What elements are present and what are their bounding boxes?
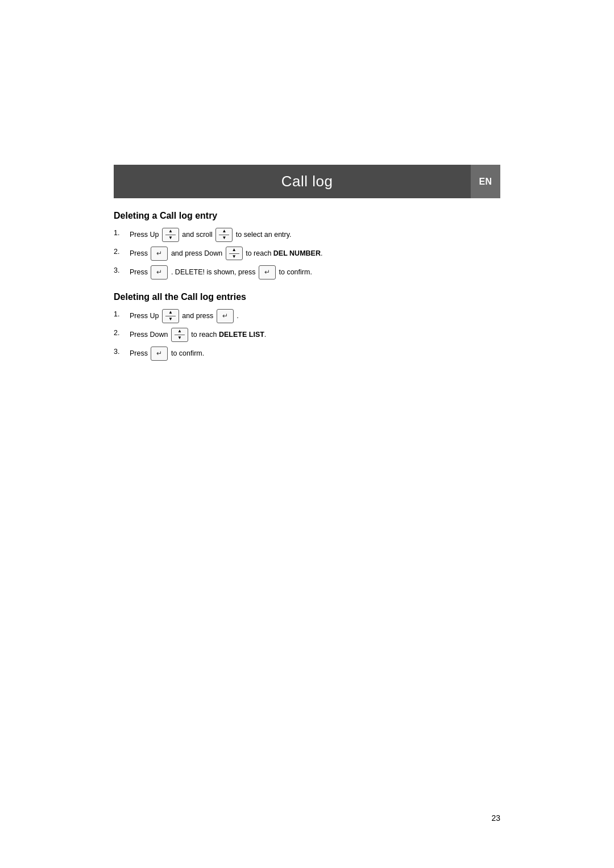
menu-button-2-3: ↵ [151,347,168,361]
step-content-2-1: Press Up ▲ ▼ and press ↵ . [130,309,500,323]
step-content-3: Press ↵ . DELETE! is shown, press ↵ to c… [130,265,500,279]
page-number: 23 [491,813,500,823]
step-2-1: 1. Press Up ▲ ▼ and press ↵ . [114,309,500,323]
nav-up-button-2: ▲ ▼ [162,309,179,323]
step-2-2: 2. Press Down ▲ ▼ to reach DELETE LIST. [114,328,500,342]
step-num-1: 1. [114,228,130,239]
step-2-3: 3. Press ↵ to confirm. [114,347,500,361]
arrow-down-icon: ▼ [168,317,173,322]
step-num-2: 2. [114,247,130,257]
menu-button-3b: ↵ [259,265,276,279]
step-1-3: 3. Press ↵ . DELETE! is shown, press ↵ t… [114,265,500,279]
arrow-up-icon: ▲ [168,229,173,234]
step-1-2: 2. Press ↵ and press Down ▲ ▼ to reach D… [114,247,500,261]
del-number-label: DEL NUMBER [273,249,321,257]
content-area: Call log EN Deleting a Call log entry 1.… [114,165,500,365]
step-1-1: 1. Press Up ▲ ▼ and scroll ▲ [114,228,500,242]
menu-button-2-1: ↵ [217,309,234,323]
step-num-3: 3. [114,265,130,276]
arrow-down-icon: ▼ [222,236,226,241]
page-container: Call log EN Deleting a Call log entry 1.… [0,0,614,868]
language-badge: EN [471,165,500,198]
nav-up-button-1: ▲ ▼ [162,228,179,242]
step-content-1: Press Up ▲ ▼ and scroll ▲ ▼ [130,228,500,242]
section1-title: Deleting a Call log entry [114,211,500,221]
page-title: Call log [281,173,333,190]
step-content-2-3: Press ↵ to confirm. [130,347,500,361]
step-content-2-2: Press Down ▲ ▼ to reach DELETE LIST. [130,328,500,342]
step-num-2-1: 1. [114,309,130,320]
arrow-up-icon: ▲ [177,329,182,334]
section2-title: Deleting all the Call log entries [114,292,500,302]
arrow-up-icon: ▲ [168,310,173,315]
menu-button-2: ↵ [151,247,168,261]
menu-button-3a: ↵ [151,265,168,279]
section-delete-entry: Deleting a Call log entry 1. Press Up ▲ … [114,211,500,279]
arrow-down-icon: ▼ [177,336,182,341]
step-content-2: Press ↵ and press Down ▲ ▼ to reach DEL … [130,247,500,261]
step-num-2-3: 3. [114,347,130,357]
nav-scroll-button: ▲ ▼ [215,228,233,242]
title-bar: Call log EN [114,165,500,198]
step-num-2-2: 2. [114,328,130,339]
arrow-down-icon: ▼ [232,254,237,260]
arrow-up-icon: ▲ [222,229,226,234]
nav-down-button-2: ▲ ▼ [226,247,243,261]
section-delete-all: Deleting all the Call log entries 1. Pre… [114,292,500,361]
arrow-down-icon: ▼ [168,236,173,241]
delete-list-label: DELETE LIST [219,331,264,339]
section2-steps: 1. Press Up ▲ ▼ and press ↵ . [114,309,500,361]
arrow-up-icon: ▲ [232,248,237,253]
nav-down-button-2-2: ▲ ▼ [171,328,188,342]
section1-steps: 1. Press Up ▲ ▼ and scroll ▲ [114,228,500,279]
